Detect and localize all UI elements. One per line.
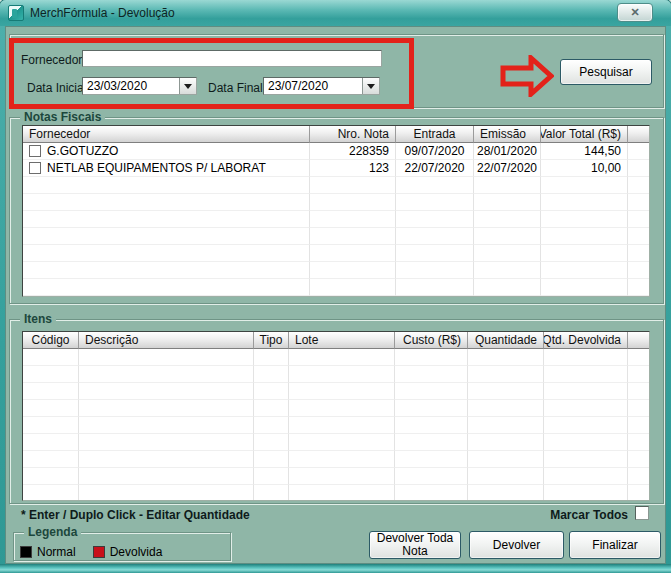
table-cell-filler [628, 434, 649, 451]
table-cell[interactable]: 22/07/2020 [396, 160, 474, 177]
table-cell [544, 349, 628, 366]
table-cell [395, 366, 468, 383]
table-cell [468, 400, 544, 417]
data-inicial-dropdown-button[interactable] [179, 78, 196, 94]
cell-text: 10,00 [591, 161, 621, 175]
column-header[interactable]: Qtd. Devolvida [544, 332, 628, 349]
table-cell [254, 451, 289, 468]
table-cell [254, 400, 289, 417]
table-cell [474, 228, 541, 245]
table-cell-filler [628, 211, 649, 228]
table-cell-filler [628, 417, 649, 434]
table-cell [544, 400, 628, 417]
table-cell [79, 417, 254, 434]
table-cell-filler [628, 262, 649, 279]
table-cell[interactable]: 10,00 [541, 160, 628, 177]
column-header[interactable]: Nro. Nota [310, 126, 396, 143]
table-cell[interactable]: 22/07/2020 [474, 160, 541, 177]
column-header[interactable]: Tipo [254, 332, 289, 349]
table-cell [79, 468, 254, 485]
row-checkbox[interactable] [29, 145, 41, 157]
table-cell-filler [628, 279, 649, 296]
devolver-label: Devolver [493, 539, 540, 552]
table-cell [23, 451, 79, 468]
table-row-empty [23, 279, 649, 296]
table-cell [23, 349, 79, 366]
column-header[interactable]: Código [23, 332, 79, 349]
table-cell [254, 434, 289, 451]
cell-text: 144,50 [584, 144, 621, 158]
table-cell[interactable]: 144,50 [541, 143, 628, 160]
table-cell [544, 366, 628, 383]
table-cell [79, 349, 254, 366]
table-row-empty [23, 417, 649, 434]
title-bar[interactable]: MerchFórmula - Devolução ✕ [0, 0, 671, 26]
column-header[interactable]: Fornecedor [23, 126, 310, 143]
table-cell[interactable]: 28/01/2020 [474, 143, 541, 160]
table-cell[interactable]: 123 [310, 160, 396, 177]
row-checkbox[interactable] [29, 162, 41, 174]
table-cell[interactable]: NETLAB EQUIPAMENTOS P/ LABORAT [23, 160, 310, 177]
table-cell [468, 451, 544, 468]
window-title: MerchFórmula - Devolução [30, 6, 175, 20]
legend-items: Normal Devolvida [20, 545, 226, 559]
table-cell [541, 245, 628, 262]
column-header[interactable]: Valor Total (R$) [541, 126, 628, 143]
table-cell [23, 194, 310, 211]
table-cell[interactable]: 09/07/2020 [396, 143, 474, 160]
notas-fiscais-title: Notas Fiscais [20, 110, 105, 124]
table-cell [289, 434, 395, 451]
table-cell [310, 211, 396, 228]
notas-fiscais-table[interactable]: Fornecedor Nro. Nota Entrada Emissão Val… [22, 125, 650, 297]
table-cell [468, 485, 544, 501]
itens-table[interactable]: Código Descrição Tipo Lote Custo (R$) Qu… [22, 331, 650, 501]
data-inicial-combobox[interactable]: 23/03/2020 [82, 77, 197, 95]
table-cell-filler [628, 451, 649, 468]
column-header[interactable]: Custo (R$) [395, 332, 468, 349]
column-header[interactable]: Entrada [396, 126, 474, 143]
table-row-empty [23, 366, 649, 383]
devolver-toda-nota-button[interactable]: Devolver Toda Nota [369, 531, 461, 559]
table-cell [395, 417, 468, 434]
table-cell [289, 366, 395, 383]
cell-text: 28/01/2020 [477, 144, 537, 158]
close-button[interactable]: ✕ [617, 3, 653, 22]
table-row-empty [23, 485, 649, 501]
table-cell [396, 245, 474, 262]
table-cell [541, 177, 628, 194]
table-cell [254, 366, 289, 383]
column-header[interactable]: Descrição [79, 332, 254, 349]
table-cell [289, 485, 395, 501]
table-cell [254, 417, 289, 434]
pesquisar-button[interactable]: Pesquisar [560, 59, 652, 85]
table-cell [310, 228, 396, 245]
table-cell [395, 451, 468, 468]
finalizar-button[interactable]: Finalizar [569, 531, 661, 559]
table-cell [23, 434, 79, 451]
table-cell [544, 417, 628, 434]
table-cell [254, 485, 289, 501]
data-final-combobox[interactable]: 23/07/2020 [263, 77, 380, 95]
table-row-empty [23, 383, 649, 400]
marcar-todos-checkbox[interactable] [635, 506, 649, 520]
table-cell[interactable]: 228359 [310, 143, 396, 160]
column-header[interactable]: Quantidade [468, 332, 544, 349]
cell-text: 09/07/2020 [404, 144, 464, 158]
table-cell[interactable]: G.GOTUZZO [23, 143, 310, 160]
table-cell-filler [628, 245, 649, 262]
column-header[interactable]: Lote [289, 332, 395, 349]
devolver-button[interactable]: Devolver [469, 531, 564, 559]
data-inicial-value: 23/03/2020 [83, 79, 179, 93]
table-row[interactable]: NETLAB EQUIPAMENTOS P/ LABORAT12322/07/2… [23, 160, 649, 177]
table-cell-filler [628, 349, 649, 366]
column-header[interactable]: Emissão [474, 126, 541, 143]
table-cell [23, 417, 79, 434]
table-cell [541, 262, 628, 279]
table-row-empty [23, 177, 649, 194]
table-cell [23, 485, 79, 501]
data-final-dropdown-button[interactable] [362, 78, 379, 94]
table-cell [23, 228, 310, 245]
table-cell [254, 468, 289, 485]
fornecedor-input[interactable] [82, 50, 382, 67]
table-row[interactable]: G.GOTUZZO22835909/07/202028/01/2020144,5… [23, 143, 649, 160]
